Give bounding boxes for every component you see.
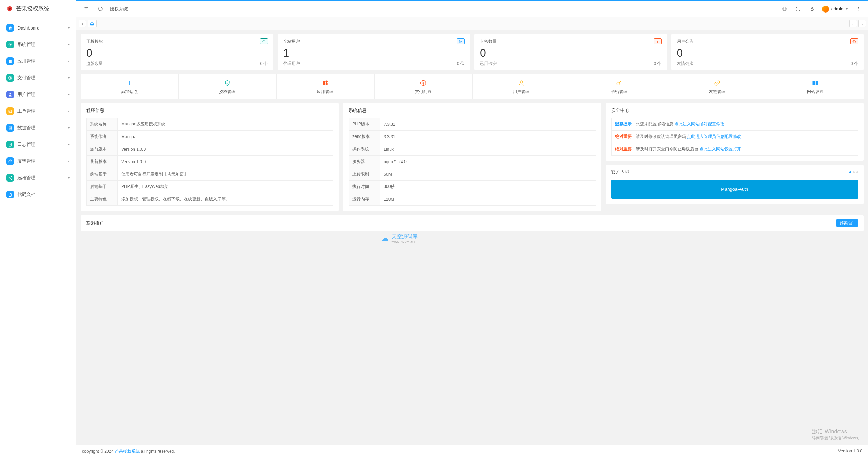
stat-sublabel: 代理用户: [283, 61, 300, 67]
stat-sublabel: 盗版数量: [86, 61, 103, 67]
info-value: 50M: [380, 168, 596, 181]
user-icon: [6, 91, 14, 98]
security-link[interactable]: 点此进入网站设置打开: [699, 147, 741, 151]
svg-line-19: [9, 177, 11, 177]
table-row: 最新版本Version 1.0.0: [87, 156, 333, 168]
app-icon: [6, 57, 14, 65]
lock-icon[interactable]: [808, 5, 817, 13]
avatar-icon: [822, 6, 829, 13]
sidebar-item-9[interactable]: 远程管理 ▾: [0, 169, 76, 186]
stat-badge: 个: [654, 38, 662, 44]
sidebar-item-2[interactable]: 应用管理 ▾: [0, 53, 76, 69]
home-icon: [6, 24, 14, 32]
table-row: 后端基于PHP原生、EasyWeb框架: [87, 181, 333, 193]
stat-card-0: 正版授权个 0 盗版数量0 个: [81, 34, 273, 70]
fullscreen-icon[interactable]: [794, 5, 803, 13]
security-label: 绝对重要: [615, 134, 632, 140]
quick-action-5[interactable]: 卡密管理: [570, 74, 668, 99]
quick-action-4[interactable]: 用户管理: [473, 74, 570, 99]
program-info-card: 程序信息 系统名称Mangoa多应用授权系统系统作者Mangoa当前版本Vers…: [81, 103, 339, 211]
official-banner[interactable]: Mangoa-Auth: [611, 180, 858, 199]
footer: copyright © 2024 芒果授权系统 all rights reser…: [76, 445, 868, 458]
more-icon[interactable]: [854, 5, 862, 13]
chevron-down-icon: ▾: [68, 26, 70, 30]
sidebar-item-7[interactable]: 日志管理 ▾: [0, 136, 76, 153]
tab-home[interactable]: [88, 20, 97, 27]
refresh-icon[interactable]: [96, 5, 104, 13]
gear-icon: [6, 41, 14, 48]
chevron-down-icon: ▾: [68, 59, 70, 63]
quick-action-6[interactable]: 友链管理: [668, 74, 766, 99]
chevron-down-icon: ▾: [68, 126, 70, 130]
tab-dropdown-button[interactable]: ⌄: [858, 20, 866, 27]
tab-prev-button[interactable]: ‹: [79, 20, 86, 27]
table-row: 系统作者Mangoa: [87, 131, 333, 143]
info-value: Version 1.0.0: [118, 143, 333, 156]
security-link[interactable]: 点此进入网站邮箱配置修改: [674, 122, 724, 126]
chevron-down-icon: ▼: [845, 7, 849, 11]
main: 授权系统 admin ▼ ‹ › ⌄ 正版授权个 0 盗版数量0 个全站用户位: [76, 0, 868, 458]
user-menu[interactable]: admin ▼: [822, 6, 849, 13]
sidebar-item-0[interactable]: Dashboard ▾: [0, 19, 76, 36]
security-text: 请及时打开安全口令防止爆破后台 点此进入网站设置打开: [636, 146, 741, 152]
table-row: 运行内存128M: [349, 193, 596, 206]
data-icon: [6, 124, 14, 132]
logo-icon: [6, 5, 13, 12]
stat-card-1: 全站用户位 1 代理用户0 位: [278, 34, 470, 70]
table-row: 主要特色添加授权、管理授权、在线下载、在线更新、盗版入库等。: [87, 193, 333, 206]
username: admin: [831, 6, 843, 11]
quick-label: 友链管理: [709, 89, 726, 95]
svg-rect-27: [811, 9, 814, 11]
sidebar-item-8[interactable]: 友链管理 ▾: [0, 153, 76, 169]
sidebar-item-10[interactable]: 代码文档: [0, 186, 76, 203]
security-label: 温馨提示: [615, 121, 632, 127]
security-row: 绝对重要请及时修改默认管理员密码 点此进入管理员信息配置修改: [611, 130, 858, 143]
stat-subvalue: 0 个: [851, 61, 858, 67]
stat-subvalue: 0 个: [260, 61, 268, 67]
tab-next-button[interactable]: ›: [849, 20, 857, 27]
info-row: 程序信息 系统名称Mangoa多应用授权系统系统作者Mangoa当前版本Vers…: [81, 103, 864, 211]
footer-brand-link[interactable]: 芒果授权系统: [115, 449, 140, 454]
svg-rect-3: [9, 60, 10, 61]
quick-label: 卡密管理: [611, 89, 628, 95]
sidebar-item-5[interactable]: 工单管理 ▾: [0, 103, 76, 119]
sidebar-item-label: 远程管理: [17, 175, 65, 181]
share-icon: [6, 174, 14, 182]
info-value: 7.3.31: [380, 118, 596, 131]
menu-toggle-icon[interactable]: [82, 5, 90, 13]
ticket-icon: [6, 107, 14, 115]
info-key: 执行时间: [349, 181, 380, 193]
sidebar: 芒果授权系统 Dashboard ▾ 系统管理 ▾ 应用管理 ▾ 支付管理 ▾ …: [0, 0, 76, 458]
sidebar-item-3[interactable]: 支付管理 ▾: [0, 69, 76, 86]
quick-action-2[interactable]: 应用管理: [277, 74, 374, 99]
quick-action-3[interactable]: 支付配置: [375, 74, 472, 99]
quick-label: 添加站点: [121, 89, 138, 95]
info-key: 当前版本: [87, 143, 118, 156]
stat-value: 0: [480, 47, 662, 59]
svg-rect-34: [325, 80, 328, 83]
carousel-dots[interactable]: [849, 171, 858, 173]
svg-point-1: [9, 8, 11, 10]
sidebar-item-label: 工单管理: [17, 108, 65, 114]
stat-card-3: 用户公告条 0 友情链接0 个: [671, 34, 864, 70]
sidebar-item-4[interactable]: 用户管理 ▾: [0, 86, 76, 103]
content: 正版授权个 0 盗版数量0 个全站用户位 1 代理用户0 位卡密数量个 0 已用…: [76, 30, 868, 445]
link-icon: [6, 157, 14, 165]
globe-icon[interactable]: [780, 5, 789, 13]
sidebar-item-6[interactable]: 数据管理 ▾: [0, 119, 76, 136]
quick-action-7[interactable]: 网站设置: [766, 74, 864, 99]
right-column: 安全中心 温馨提示您还未配置邮箱信息 点此进入网站邮箱配置修改绝对重要请及时修改…: [606, 103, 864, 211]
quick-actions: 添加站点授权管理应用管理支付配置用户管理卡密管理友链管理网站设置: [81, 74, 864, 99]
security-link[interactable]: 点此进入管理员信息配置修改: [687, 134, 741, 139]
quick-action-1[interactable]: 授权管理: [179, 74, 276, 99]
svg-rect-36: [326, 83, 328, 85]
svg-rect-35: [323, 83, 325, 85]
info-key: zend版本: [349, 131, 380, 143]
sidebar-item-1[interactable]: 系统管理 ▾: [0, 36, 76, 53]
app-name: 芒果授权系统: [16, 5, 49, 13]
svg-point-38: [520, 81, 523, 83]
table-row: zend版本3.3.31: [349, 131, 596, 143]
quick-action-0[interactable]: 添加站点: [81, 74, 178, 99]
tabbar: ‹ › ⌄: [76, 17, 868, 30]
promo-button[interactable]: 我要推广: [836, 219, 858, 227]
